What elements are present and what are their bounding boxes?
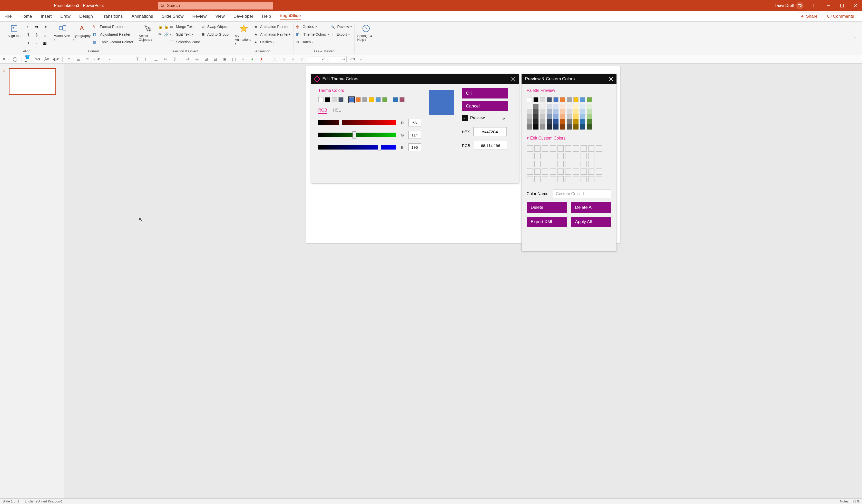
theme-swatch[interactable] <box>325 97 330 102</box>
custom-color-slot[interactable] <box>527 176 533 182</box>
custom-color-slot[interactable] <box>580 176 587 182</box>
my-animations-button[interactable]: My Animations <box>235 23 253 45</box>
palette-swatch[interactable] <box>533 119 538 124</box>
palette-swatch[interactable] <box>533 109 538 114</box>
lock-icon[interactable]: 🔒 <box>158 23 163 30</box>
tab-file[interactable]: File <box>5 14 12 19</box>
custom-color-slot[interactable] <box>534 145 540 151</box>
custom-color-slot[interactable] <box>527 161 533 167</box>
palette-swatch[interactable] <box>547 97 552 102</box>
palette-swatch[interactable] <box>540 104 545 109</box>
palette-swatch[interactable] <box>533 104 538 109</box>
palette-swatch[interactable] <box>547 124 552 130</box>
qat-align-center-icon[interactable]: ≣ <box>75 56 81 63</box>
theme-swatch[interactable] <box>362 97 367 102</box>
qat-disth-icon[interactable]: ⇿ <box>162 56 169 63</box>
custom-color-slot[interactable] <box>565 161 571 167</box>
palette-swatch[interactable] <box>573 119 578 124</box>
custom-color-slot[interactable] <box>542 176 548 182</box>
custom-color-slot[interactable] <box>550 145 556 151</box>
tab-developer[interactable]: Developer <box>233 14 253 19</box>
palette-swatch[interactable] <box>540 109 545 114</box>
search-box[interactable]: Search <box>158 2 273 10</box>
qat-front-icon[interactable]: ▣ <box>221 56 228 63</box>
palette-swatch[interactable] <box>567 97 572 102</box>
qat-alignr-icon[interactable]: ⫟ <box>125 56 132 63</box>
tab-transitions[interactable]: Transitions <box>102 14 123 19</box>
qat-star3-icon[interactable]: ★ <box>258 56 265 63</box>
palette-swatch[interactable] <box>560 119 565 124</box>
custom-color-slot[interactable] <box>550 161 556 167</box>
qat-group-icon[interactable]: ⊞ <box>203 56 209 63</box>
custom-color-slot[interactable] <box>588 176 595 182</box>
add-to-group-button[interactable]: ⊞ Add to Group <box>202 31 229 38</box>
theme-swatch[interactable] <box>393 97 398 102</box>
batch-button[interactable]: ↻ Batch <box>296 39 329 46</box>
palette-swatch[interactable] <box>547 104 552 109</box>
align-center-h-icon[interactable]: ⇔ <box>33 23 40 30</box>
tab-slideshow[interactable]: Slide Show <box>162 14 184 19</box>
palette-swatch[interactable] <box>560 124 565 130</box>
custom-color-slot[interactable] <box>565 145 571 151</box>
qat-star7-icon[interactable]: ☆ <box>299 56 305 63</box>
palette-swatch[interactable] <box>567 119 572 124</box>
palette-swatch[interactable] <box>527 114 532 119</box>
g-value[interactable]: 114 <box>408 131 421 139</box>
palette-swatch[interactable] <box>553 114 559 119</box>
b-slider[interactable] <box>318 145 396 149</box>
align-right-icon[interactable]: ⇥ <box>41 23 48 30</box>
qat-distv-icon[interactable]: ⇳ <box>171 56 178 63</box>
palette-swatch[interactable] <box>540 119 545 124</box>
custom-color-slot[interactable] <box>565 169 571 175</box>
close-icon[interactable] <box>609 77 613 81</box>
export-button[interactable]: ⭱ Export <box>330 31 352 38</box>
qat-effects-icon[interactable]: ◐▾ <box>53 56 59 63</box>
custom-color-slot[interactable] <box>596 145 602 151</box>
tab-help[interactable]: Help <box>262 14 271 19</box>
custom-color-slot[interactable] <box>527 169 533 175</box>
distribute-h-icon[interactable]: ⫞ <box>25 40 32 47</box>
custom-color-slot[interactable] <box>573 145 579 151</box>
merge-text-button[interactable]: ▭ Merge Text <box>170 23 200 30</box>
palette-swatch[interactable] <box>547 109 552 114</box>
palette-swatch[interactable] <box>547 119 552 124</box>
theme-colors-button[interactable]: ◧ Theme Colors <box>296 31 329 38</box>
review-button[interactable]: 🔍 Review <box>330 23 352 30</box>
ribbon-display-options-icon[interactable] <box>809 0 822 11</box>
close-button[interactable] <box>849 0 862 11</box>
custom-color-slot[interactable] <box>527 145 533 151</box>
custom-color-slot[interactable] <box>534 153 540 159</box>
g-slider[interactable] <box>318 133 396 137</box>
custom-color-slot[interactable] <box>573 153 579 159</box>
custom-color-slot[interactable] <box>550 169 556 175</box>
adjustment-painter-button[interactable]: ◧ Adjustment Painter <box>93 31 133 38</box>
zoom-level[interactable]: 73% <box>853 499 859 503</box>
apply-all-button[interactable]: Apply All <box>571 217 611 227</box>
qat-star5-icon[interactable]: ☆ <box>280 56 287 63</box>
share-button[interactable]: Share <box>797 13 821 20</box>
theme-swatch[interactable] <box>338 97 343 102</box>
qat-star6-icon[interactable]: ☆ <box>290 56 296 63</box>
theme-swatch[interactable] <box>332 97 337 102</box>
palette-swatch[interactable] <box>573 104 578 109</box>
eye-icon[interactable]: 👁 <box>158 31 163 38</box>
palette-swatch[interactable] <box>540 97 545 102</box>
palette-swatch[interactable] <box>553 124 559 130</box>
palette-swatch[interactable] <box>567 104 572 109</box>
animation-painter-plus-button[interactable]: ★ Animation Painter+ <box>254 31 291 38</box>
custom-color-slot[interactable] <box>534 161 540 167</box>
qat-align-right-icon[interactable]: ≡ <box>84 56 91 63</box>
r-slider[interactable] <box>318 120 396 125</box>
custom-color-slot[interactable] <box>588 161 595 167</box>
tab-draw[interactable]: Draw <box>60 14 70 19</box>
account-area[interactable]: Taavi Drell TD <box>774 2 804 9</box>
custom-color-slot[interactable] <box>573 161 579 167</box>
edit-custom-colors-label[interactable]: Edit Custom Colors <box>527 136 611 141</box>
custom-color-slot[interactable] <box>573 176 579 182</box>
custom-color-slot[interactable] <box>558 145 564 151</box>
r-value[interactable]: 68 <box>408 119 421 127</box>
palette-swatch[interactable] <box>580 119 585 124</box>
qat-flip-icon[interactable]: ⇋ <box>194 56 200 63</box>
theme-swatch[interactable] <box>349 97 354 102</box>
guides-button[interactable]: ╬ Guides <box>296 23 329 30</box>
